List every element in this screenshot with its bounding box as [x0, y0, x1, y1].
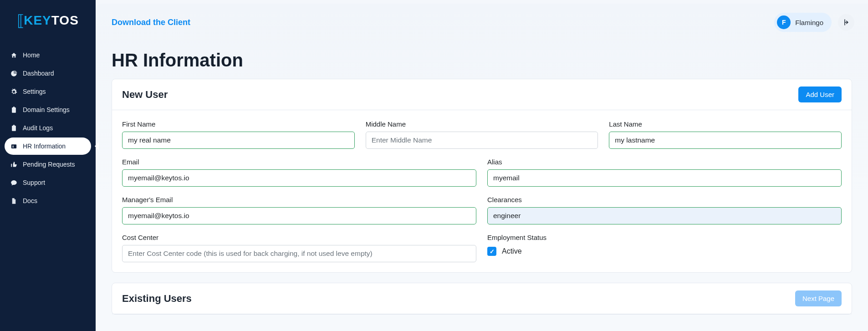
logout-button[interactable]	[838, 14, 854, 31]
clearances-select[interactable]: engineer	[487, 207, 842, 224]
email-label: Email	[122, 158, 476, 166]
avatar: F	[777, 15, 791, 29]
add-user-button[interactable]: Add User	[798, 87, 842, 102]
pie-icon	[10, 70, 17, 77]
sidebar-item-label: Settings	[23, 88, 46, 95]
middle-name-input[interactable]	[366, 132, 598, 149]
brand-tos: TOS	[51, 13, 79, 28]
clearances-label: Clearances	[487, 196, 842, 204]
sidebar-item-pending-requests[interactable]: Pending Requests	[5, 156, 91, 173]
sidebar-item-support[interactable]: Support	[5, 174, 91, 191]
sidebar: ⟦ KEYTOS Home Dashboard Setti	[0, 0, 96, 331]
new-user-title: New User	[122, 89, 168, 101]
sidebar-item-dashboard[interactable]: Dashboard	[5, 65, 91, 82]
active-label: Active	[502, 247, 522, 255]
clipboard-list-icon	[10, 124, 17, 132]
thumbs-up-icon	[10, 161, 17, 168]
cost-center-input[interactable]	[122, 245, 476, 262]
svg-point-1	[12, 145, 14, 147]
sidebar-item-label: Home	[23, 51, 40, 59]
middle-name-label: Middle Name	[366, 120, 598, 128]
sidebar-item-label: HR Information	[23, 143, 66, 150]
last-name-input[interactable]	[609, 132, 842, 149]
download-client-link[interactable]: Download the Client	[112, 18, 190, 27]
topbar: Download the Client F Flamingo	[96, 4, 868, 41]
brand-key: KEY	[24, 13, 51, 28]
manager-email-input[interactable]	[122, 207, 476, 224]
alias-label: Alias	[487, 158, 842, 166]
sidebar-item-label: Docs	[23, 197, 37, 204]
sidebar-item-label: Support	[23, 179, 45, 186]
main-area: Download the Client F Flamingo HR Inform…	[96, 4, 868, 331]
clipboard-icon	[10, 106, 17, 113]
user-name: Flamingo	[795, 19, 823, 26]
last-name-label: Last Name	[609, 120, 842, 128]
existing-users-card: Existing Users Next Page	[112, 283, 852, 315]
next-page-button[interactable]: Next Page	[795, 290, 842, 306]
sidebar-item-domain-settings[interactable]: Domain Settings	[5, 101, 91, 118]
new-user-card: New User Add User First Name Middle Name	[112, 79, 852, 273]
first-name-label: First Name	[122, 120, 355, 128]
existing-users-title: Existing Users	[122, 293, 192, 305]
sidebar-item-docs[interactable]: Docs	[5, 192, 91, 209]
gear-icon	[10, 88, 17, 95]
sidebar-item-hr-information[interactable]: HR Information	[5, 137, 91, 155]
sidebar-item-label: Domain Settings	[23, 106, 70, 113]
sidebar-item-label: Audit Logs	[23, 124, 53, 132]
sidebar-item-label: Dashboard	[23, 70, 54, 77]
brand-logo: ⟦ KEYTOS	[0, 0, 96, 43]
employment-status-label: Employment Status	[487, 234, 842, 241]
alias-input[interactable]	[487, 169, 842, 187]
home-icon	[10, 51, 17, 59]
id-card-icon	[10, 143, 17, 150]
cost-center-label: Cost Center	[122, 234, 476, 241]
logout-icon	[842, 18, 850, 26]
sidebar-item-audit-logs[interactable]: Audit Logs	[5, 119, 91, 137]
user-chip[interactable]: F Flamingo	[774, 13, 832, 32]
page-title: HR Information	[112, 50, 852, 71]
sidebar-item-label: Pending Requests	[23, 161, 75, 168]
svg-rect-0	[11, 144, 16, 148]
check-icon: ✓	[490, 248, 495, 255]
clearances-value: engineer	[493, 212, 521, 220]
active-checkbox[interactable]: ✓	[487, 247, 496, 256]
first-name-input[interactable]	[122, 132, 355, 149]
sidebar-item-settings[interactable]: Settings	[5, 83, 91, 100]
email-input[interactable]	[122, 169, 476, 187]
sidebar-item-home[interactable]: Home	[5, 46, 91, 64]
chat-icon	[10, 179, 17, 186]
file-icon	[10, 197, 17, 204]
manager-email-label: Manager's Email	[122, 196, 476, 204]
